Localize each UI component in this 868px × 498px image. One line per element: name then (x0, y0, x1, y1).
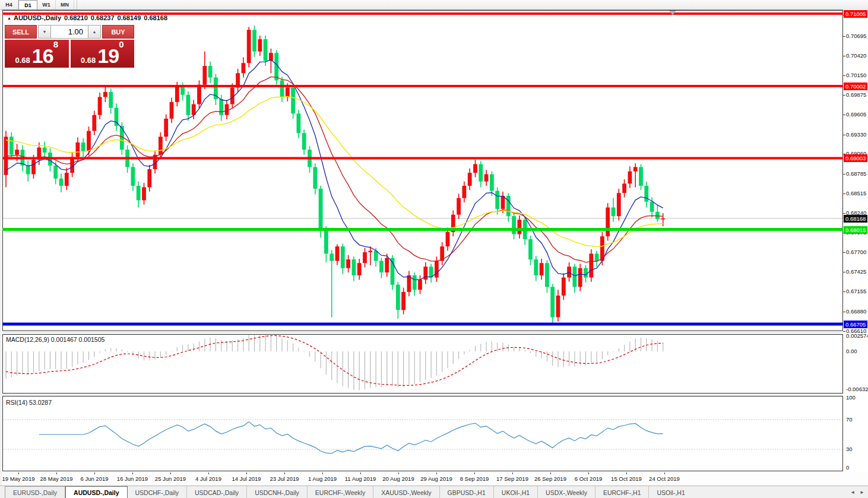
buy-button[interactable]: BUY (102, 25, 134, 39)
date-label: 4 Jul 2019 (195, 475, 221, 482)
ohlc-high: 0.68237 (91, 14, 115, 21)
sell-price-prefix: 0.68 (15, 56, 30, 65)
tab-usdcnh-daily[interactable]: USDCNH-,Daily (246, 486, 307, 498)
ohlc-close: 0.68168 (144, 14, 167, 21)
axis-tick (843, 56, 845, 56)
tab-usdchf-daily[interactable]: USDCHF-,Daily (128, 486, 187, 498)
arrow-up-icon: ▲ (93, 30, 97, 34)
collapse-panel-icon[interactable]: ▲ (7, 16, 11, 20)
axis-price-label: 0.70150 (846, 72, 866, 78)
tab-scroll-left-icon[interactable]: ◄ (850, 490, 855, 495)
axis-price-label: 0.69330 (846, 131, 866, 138)
tab-usdcad-daily[interactable]: USDCAD-,Daily (186, 486, 246, 498)
axis-price-label: 0.67155 (846, 288, 866, 294)
macd-indicator-label: MACD(12,26,9) 0.001467 0.001505 (6, 336, 104, 343)
axis-tick (843, 135, 845, 135)
date-tick (94, 472, 95, 474)
price-chart-canvas[interactable] (2, 10, 843, 472)
axis-tick (843, 252, 845, 253)
date-label: 23 Jul 2019 (270, 475, 299, 482)
date-tick (626, 472, 627, 474)
volume-decrease-button[interactable]: ▼ (38, 25, 51, 39)
timeframe-button-h4[interactable]: H4 (0, 0, 18, 9)
axis-tick (843, 331, 845, 332)
axis-tick (843, 36, 845, 37)
tab-ukoil-h1[interactable]: UKOil-,H1 (493, 486, 537, 498)
date-label: 14 Jul 2019 (232, 475, 261, 482)
axis-tick (843, 291, 845, 292)
axis-price-label: 0.68785 (846, 170, 866, 177)
hline-price-badge: 0.68015 (844, 226, 867, 234)
date-tick (208, 472, 209, 474)
volume-increase-button[interactable]: ▲ (88, 25, 101, 39)
timeframe-button-mn[interactable]: MN (56, 0, 74, 9)
date-tick (360, 472, 361, 474)
date-tick (18, 472, 19, 474)
buy-price-sup: 0 (119, 41, 123, 48)
date-label: 25 Jun 2019 (155, 475, 186, 482)
timeframe-toolbar: H4D1W1MN (0, 0, 868, 10)
bid-price-badge: 0.68168 (844, 215, 867, 223)
sell-price-big: 16 (32, 47, 53, 65)
axis-tick (843, 95, 845, 96)
date-tick (512, 472, 513, 474)
tab-eurchf-h1[interactable]: EURCHF-,H1 (595, 486, 649, 498)
date-tick (664, 472, 665, 474)
one-click-trade-panel: SELL ▼ 1.00 ▲ BUY 0.68 16 8 0.68 19 0 (5, 25, 134, 68)
tab-audusd-daily[interactable]: AUDUSD-,Daily (65, 486, 127, 498)
tab-usdx-weekly[interactable]: USDX-,Weekly (537, 486, 595, 498)
toolbar-separator (77, 0, 77, 9)
date-tick (246, 472, 247, 474)
tab-usoil-h1[interactable]: USOil-,H1 (648, 486, 692, 498)
axis-price-label: 0.67425 (846, 268, 866, 275)
date-label: 11 Aug 2019 (345, 475, 376, 482)
sell-price-box[interactable]: 0.68 16 8 (5, 40, 69, 68)
axis-price-label: 0.70695 (846, 33, 866, 39)
axis-price-label: 0.70420 (846, 52, 866, 59)
date-label: 20 Aug 2019 (382, 475, 414, 482)
axis-tick (843, 174, 845, 175)
sell-price-sup: 8 (53, 41, 58, 48)
date-label: 1 Aug 2019 (308, 475, 337, 482)
tab-scroll-right-icon[interactable]: ► (860, 490, 864, 495)
rsi-axis-label: 70 (846, 416, 853, 423)
hline-price-badge: 0.70002 (844, 83, 867, 90)
ohlc-low: 0.68149 (118, 14, 141, 21)
date-tick (322, 472, 323, 474)
tab-gbpusd-h1[interactable]: GBPUSD-,H1 (439, 486, 493, 498)
sell-button[interactable]: SELL (5, 25, 37, 39)
macd-axis-label: 0.002574 (846, 332, 868, 339)
date-label: 24 Oct 2019 (649, 475, 680, 482)
date-tick (436, 472, 437, 474)
timeframe-button-d1[interactable]: D1 (18, 0, 37, 9)
timeframe-button-w1[interactable]: W1 (37, 0, 56, 9)
date-label: 16 Jun 2019 (117, 475, 148, 482)
date-tick (398, 472, 399, 474)
tab-eurchf-weekly[interactable]: EURCHF-,Weekly (307, 486, 373, 498)
axis-tick (843, 272, 845, 272)
date-label: 17 Sep 2019 (496, 475, 528, 482)
trading-platform-window: H4D1W1MN 0.709850.706950.704200.701500.6… (0, 0, 868, 498)
date-label: 19 May 2019 (2, 475, 35, 482)
hline-price-badge: 0.69003 (844, 154, 867, 162)
date-tick (56, 472, 57, 474)
tab-scroll-nav: ◄► (850, 486, 864, 498)
ohlc-readout: 0.682100.682370.681490.68168 (61, 14, 167, 21)
date-tick (550, 472, 551, 474)
date-axis: 19 May 201928 May 20196 Jun 201916 Jun 2… (2, 472, 868, 486)
buy-price-box[interactable]: 0.68 19 0 (71, 40, 135, 68)
tab-xauusd-weekly[interactable]: XAUUSD-,Weekly (373, 486, 439, 498)
chart-title-row: ▲AUDUSD-,Daily0.682100.682370.681490.681… (7, 14, 167, 21)
arrow-down-icon: ▼ (43, 30, 47, 34)
macd-axis-label: 0.00 (846, 348, 857, 354)
date-tick (170, 472, 171, 474)
date-tick (284, 472, 285, 474)
axis-price-label: 0.66880 (846, 308, 866, 315)
axis-tick (843, 75, 845, 76)
volume-input[interactable]: 1.00 (51, 25, 88, 39)
date-label: 26 Sep 2019 (534, 475, 566, 482)
axis-price-label: 0.69605 (846, 111, 866, 118)
ohlc-open: 0.68210 (64, 14, 88, 21)
date-label: 6 Jun 2019 (80, 475, 108, 482)
tab-eurusd-daily[interactable]: EURUSD-,Daily (5, 486, 65, 498)
